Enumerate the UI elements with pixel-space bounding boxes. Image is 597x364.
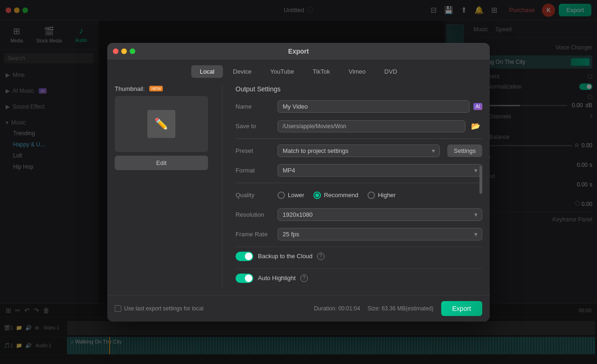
export-button-modal[interactable]: Export [441, 301, 482, 316]
frame-rate-control: 25 fps [278, 228, 482, 240]
format-label: Format [236, 167, 278, 174]
use-last-checkbox-input[interactable] [115, 305, 121, 312]
resolution-select-wrapper: 1920x1080 [278, 208, 482, 221]
modal-tabs: Local Device YouTube TikTok Vimeo DVD [107, 60, 490, 78]
radio-lower [278, 192, 285, 199]
radio-recommend [313, 192, 321, 199]
quality-higher-label: Higher [378, 192, 396, 199]
quality-lower[interactable]: Lower [278, 192, 304, 199]
ai-name-icon: AI [473, 103, 482, 110]
modal-titlebar: Export [107, 43, 490, 60]
modal-overlay: Export Local Device YouTube TikTok Vimeo… [0, 0, 597, 364]
name-label: Name [236, 103, 278, 110]
format-row: Format MP4 [236, 163, 482, 178]
thumbnail-preview: ✏️ [115, 96, 208, 152]
thumbnail-label-area: Thumbnail: NEW [115, 85, 213, 92]
name-input[interactable] [278, 100, 470, 113]
name-row: Name AI [236, 99, 482, 114]
use-last-checkbox-label[interactable]: Use last export settings for local [115, 305, 203, 312]
export-modal: Export Local Device YouTube TikTok Vimeo… [107, 43, 490, 322]
thumbnail-edit-button[interactable]: Edit [115, 156, 208, 170]
auto-highlight-toggle[interactable] [236, 274, 253, 283]
modal-traffic-lights [113, 48, 135, 54]
modal-close-btn[interactable] [113, 48, 118, 54]
format-select-wrapper: MP4 [278, 164, 482, 177]
save-to-control: 📂 [278, 120, 482, 132]
resolution-row: Resolution 1920x1080 [236, 207, 482, 222]
preset-control: Match to project settings Settings [278, 144, 482, 157]
settings-divider-2 [236, 183, 482, 183]
modal-tab-tiktok[interactable]: TikTok [304, 65, 338, 78]
modal-thumbnail-panel: Thumbnail: NEW ✏️ Edit [115, 85, 213, 288]
settings-divider-1 [236, 138, 482, 139]
modal-body: Thumbnail: NEW ✏️ Edit Output Settings [107, 78, 490, 295]
duration-label: Duration: [314, 305, 337, 312]
quality-recommend[interactable]: Recommend [313, 192, 358, 199]
modal-tab-local[interactable]: Local [191, 65, 222, 78]
modal-tab-vimeo[interactable]: Vimeo [340, 65, 374, 78]
output-settings-title: Output Settings [236, 85, 482, 93]
frame-rate-select-wrapper: 25 fps [278, 228, 482, 240]
preset-select-wrapper: Match to project settings [278, 144, 440, 157]
quality-lower-label: Lower [288, 192, 304, 199]
quality-higher[interactable]: Higher [368, 192, 396, 199]
modal-tab-dvd[interactable]: DVD [376, 65, 405, 78]
modal-output-settings: Output Settings Name AI Save to [232, 85, 482, 288]
backup-help-icon[interactable]: ? [317, 253, 325, 260]
name-control: AI [278, 100, 482, 113]
frame-rate-select[interactable]: 25 fps [278, 228, 482, 240]
frame-rate-row: Frame Rate 25 fps [236, 227, 482, 242]
modal-tab-youtube[interactable]: YouTube [262, 65, 302, 78]
auto-highlight-help-icon[interactable]: ? [300, 275, 308, 282]
size-label: Size: [368, 305, 380, 312]
duration-info: Duration: 00:01:04 [314, 305, 360, 312]
size-info: Size: 63.36 MB(estimated) [368, 305, 433, 312]
backup-cloud-label: Backup to the Cloud [258, 253, 312, 260]
quality-control: Lower Recommend Higher [278, 192, 482, 199]
modal-scrollbar[interactable] [479, 166, 482, 194]
thumbnail-text: Thumbnail: [115, 85, 145, 92]
preset-label: Preset [236, 147, 278, 154]
format-control: MP4 [278, 164, 482, 177]
backup-cloud-row: Backup to the Cloud ? [236, 247, 482, 266]
auto-highlight-label: Auto Highlight [258, 275, 296, 282]
preset-settings-button[interactable]: Settings [447, 144, 482, 157]
new-badge: NEW [149, 86, 163, 91]
modal-minimize-btn[interactable] [121, 48, 127, 54]
backup-cloud-toggle[interactable] [236, 252, 253, 261]
modal-tab-device[interactable]: Device [225, 65, 260, 78]
frame-rate-label: Frame Rate [236, 231, 278, 238]
resolution-control: 1920x1080 [278, 208, 482, 221]
folder-browse-button[interactable]: 📂 [469, 120, 482, 132]
size-value: 63.36 MB(estimated) [382, 305, 433, 312]
preset-select[interactable]: Match to project settings [278, 144, 440, 157]
modal-maximize-btn[interactable] [130, 48, 135, 54]
quality-options: Lower Recommend Higher [278, 192, 396, 199]
modal-footer: Use last export settings for local Durat… [107, 295, 490, 322]
quality-recommend-label: Recommend [324, 192, 358, 199]
format-select[interactable]: MP4 [278, 164, 482, 177]
pencil-icon: ✏️ [154, 117, 168, 130]
thumbnail-placeholder: ✏️ [147, 110, 175, 138]
save-to-label: Save to [236, 123, 278, 130]
modal-title: Export [288, 48, 309, 55]
save-to-row: Save to 📂 [236, 119, 482, 134]
resolution-label: Resolution [236, 211, 278, 218]
radio-higher [368, 192, 375, 199]
resolution-select[interactable]: 1920x1080 [278, 208, 482, 221]
duration-value: 00:01:04 [338, 305, 360, 312]
footer-meta: Duration: 00:01:04 Size: 63.36 MB(estima… [314, 305, 433, 312]
quality-row: Quality Lower Recommend [236, 188, 482, 203]
quality-label: Quality [236, 192, 278, 199]
preset-row: Preset Match to project settings Setting… [236, 144, 482, 158]
auto-highlight-row: Auto Highlight ? [236, 268, 482, 288]
save-to-input[interactable] [278, 120, 465, 132]
use-last-label: Use last export settings for local [124, 305, 203, 312]
modal-divider [222, 85, 222, 288]
app-background: Untitled ⓘ ⊟ 💾 ⬆ 🔔 ⊞ Purchase K Export ⊞… [0, 0, 597, 364]
